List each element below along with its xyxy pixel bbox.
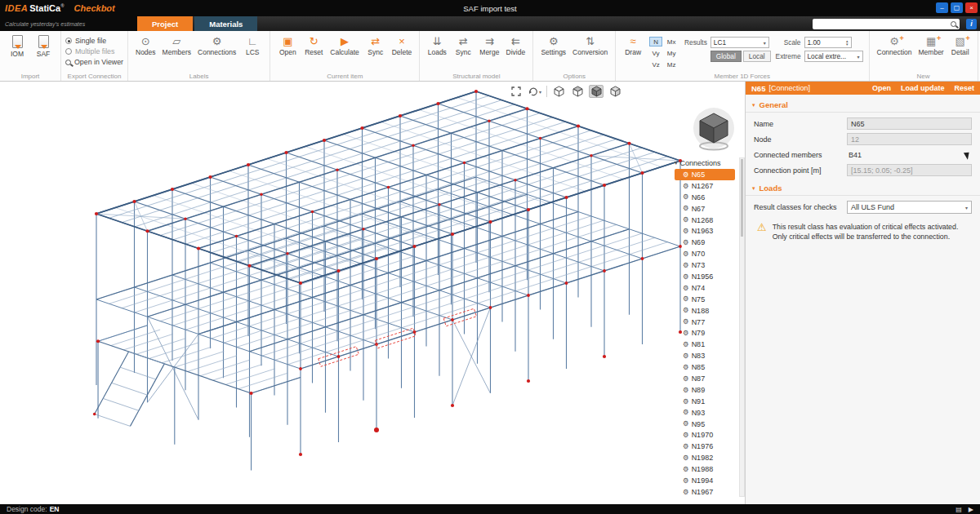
search-icon[interactable]	[951, 21, 956, 27]
connection-list-item[interactable]: ⚙ N188	[675, 305, 735, 317]
result-classes-dropdown[interactable]: All ULS Fund ▾	[847, 201, 972, 214]
fit-view-icon[interactable]	[509, 85, 523, 98]
connection-list-item[interactable]: ⚙ N81	[675, 339, 735, 350]
ribbon-button[interactable]: ⚙ Connection	[874, 33, 915, 58]
connection-list-item[interactable]: ⚙ N1268	[675, 215, 735, 226]
search-input[interactable]	[816, 20, 951, 28]
ribbon-button[interactable]: ⇉ Merge	[476, 33, 502, 58]
orbit-icon[interactable]: ▾	[528, 85, 542, 98]
local-toggle[interactable]: Local	[743, 51, 771, 62]
ribbon-button[interactable]: ▱ Members	[159, 33, 194, 58]
connection-list-item[interactable]: ⚙ N65	[675, 169, 735, 180]
maximize-button[interactable]: ▢	[951, 2, 963, 13]
force-component-toggle[interactable]: My	[665, 48, 678, 58]
name-input[interactable]: N65	[847, 117, 972, 130]
connection-list-item[interactable]: ⚙ N1994	[675, 475, 735, 486]
draw-forces-button[interactable]: ≈ Draw	[620, 33, 646, 58]
connection-list-item[interactable]: ⚙ N69	[675, 237, 735, 248]
panel-action-button[interactable]: Reset	[954, 84, 974, 92]
open-in-viewer-button[interactable]: Open in Viewer	[65, 58, 123, 66]
connection-list-item[interactable]: ⚙ N66	[675, 192, 735, 203]
force-component-toggle[interactable]: Vz	[649, 60, 662, 69]
close-button[interactable]: ×	[965, 2, 978, 13]
ribbon-button[interactable]: ∟ LCS	[239, 33, 265, 58]
section-general[interactable]: ▾ General	[746, 95, 980, 113]
force-component-toggle[interactable]: N	[649, 37, 662, 47]
collapse-caret-icon[interactable]: ▾	[675, 160, 678, 166]
connection-list-item[interactable]: ⚙ N77	[675, 317, 735, 328]
connection-list-item[interactable]: ⚙ N1988	[675, 463, 735, 475]
extreme-dropdown[interactable]: Local extre... ▾	[804, 51, 863, 62]
tab-project[interactable]: Project	[137, 16, 193, 31]
ribbon-button[interactable]: ⇄ Sync	[363, 33, 389, 58]
info-button[interactable]: i	[966, 19, 977, 29]
ribbon-button[interactable]: × Delete	[389, 33, 416, 58]
connection-list-item[interactable]: ⚙ N95	[675, 419, 735, 430]
connection-list-item[interactable]: ⚙ N1963	[675, 225, 735, 237]
scale-input[interactable]: 1.00 ▴▾	[804, 37, 852, 48]
connections-scrollbar[interactable]	[739, 157, 745, 497]
saf-import-button[interactable]: SAF	[30, 33, 56, 60]
force-component-toggle[interactable]: Mx	[665, 37, 678, 47]
structure-3d-model[interactable]	[0, 82, 745, 504]
ribbon-button[interactable]: ⇄ Sync	[450, 33, 476, 58]
ribbon-button[interactable]: ▣ Open	[274, 33, 301, 58]
app-logo: IDEA StatiCa® Checkbot	[5, 3, 115, 13]
ribbon-button[interactable]: ↻ Reset	[301, 33, 327, 58]
panel-action-button[interactable]: Open	[872, 84, 891, 92]
connection-list-item[interactable]: ⚙ N1267	[675, 180, 735, 192]
connection-list-item[interactable]: ⚙ N85	[675, 361, 735, 373]
cube-solid-icon[interactable]	[589, 85, 604, 98]
connection-list-item[interactable]: ⚙ N83	[675, 350, 735, 361]
panel-action-button[interactable]: Load update	[901, 84, 945, 92]
connection-list-item[interactable]: ⚙ N1956	[675, 271, 735, 282]
ribbon-button[interactable]: ▧ Detail	[947, 33, 973, 58]
connection-list-item[interactable]: ⚙ N74	[675, 282, 735, 294]
ribbon-button[interactable]: ▶ Calculate	[327, 33, 362, 58]
connection-list-item[interactable]: ⚙ N67	[675, 203, 735, 215]
play-icon[interactable]: ▶	[969, 506, 973, 513]
connection-list-item[interactable]: ⚙ N93	[675, 407, 735, 419]
force-component-toggle[interactable]: Vy	[649, 48, 662, 58]
warning-message: ⚠ This result class has evaluation of cr…	[746, 215, 980, 242]
connection-list-item[interactable]: ⚙ N1982	[675, 452, 735, 463]
connection-list-item[interactable]: ⚙ N75	[675, 294, 735, 305]
ribbon-button[interactable]: ⚙ Connections	[194, 33, 239, 58]
ribbon-button[interactable]: ⊙ Nodes	[132, 33, 159, 58]
cube-stack-icon[interactable]	[570, 85, 585, 98]
screen-icon[interactable]: ▤	[956, 506, 962, 513]
tab-materials[interactable]: Materials	[194, 16, 257, 31]
connection-list-item[interactable]: ⚙ N91	[675, 396, 735, 407]
connection-list-item[interactable]: ⚙ N73	[675, 259, 735, 271]
spinner-icon[interactable]: ▴▾	[846, 39, 849, 46]
force-component-toggle[interactable]: Mz	[665, 60, 678, 69]
connections-root-node[interactable]: ▾ Connections	[675, 157, 735, 169]
export-single-file-radio[interactable]: Single file	[65, 37, 106, 45]
section-loads[interactable]: ▾ Loads	[746, 178, 980, 196]
cube-shaded-icon[interactable]	[608, 85, 622, 98]
connection-list-item[interactable]: ⚙ N79	[675, 327, 735, 339]
scrollbar-thumb[interactable]	[741, 159, 743, 237]
connection-gear-icon: ⚙	[683, 341, 689, 348]
ribbon-button[interactable]: ⚙ Settings	[537, 33, 569, 58]
ribbon-button[interactable]: ▦ Member	[915, 33, 947, 58]
ribbon-button[interactable]: ⇊ Loads	[424, 33, 450, 58]
connection-list-item[interactable]: ⚙ N87	[675, 373, 735, 384]
global-toggle[interactable]: Global	[710, 51, 742, 62]
results-dropdown[interactable]: LC1 ▾	[710, 37, 769, 48]
export-multiple-files-radio[interactable]: Multiple files	[65, 47, 114, 55]
ribbon-button[interactable]: ⇅ Conversion	[569, 33, 611, 58]
connection-list-item[interactable]: ⚙ N1967	[675, 486, 735, 498]
status-bar: Design code: EN ▤ ▶	[0, 504, 980, 514]
cube-outline-icon[interactable]	[551, 85, 566, 98]
navigation-cube[interactable]	[689, 106, 738, 155]
connection-list-item[interactable]: ⚙ N70	[675, 248, 735, 259]
model-viewport[interactable]: ▾	[0, 82, 745, 504]
connection-list-item[interactable]: ⚙ N1970	[675, 429, 735, 441]
ribbon-button[interactable]: ⇇ Divide	[502, 33, 528, 58]
ribbon-button-icon: ×	[399, 35, 405, 47]
iom-import-button[interactable]: IOM	[4, 33, 30, 60]
minimize-button[interactable]: –	[936, 2, 948, 13]
connection-list-item[interactable]: ⚙ N1976	[675, 441, 735, 452]
connection-list-item[interactable]: ⚙ N89	[675, 384, 735, 396]
